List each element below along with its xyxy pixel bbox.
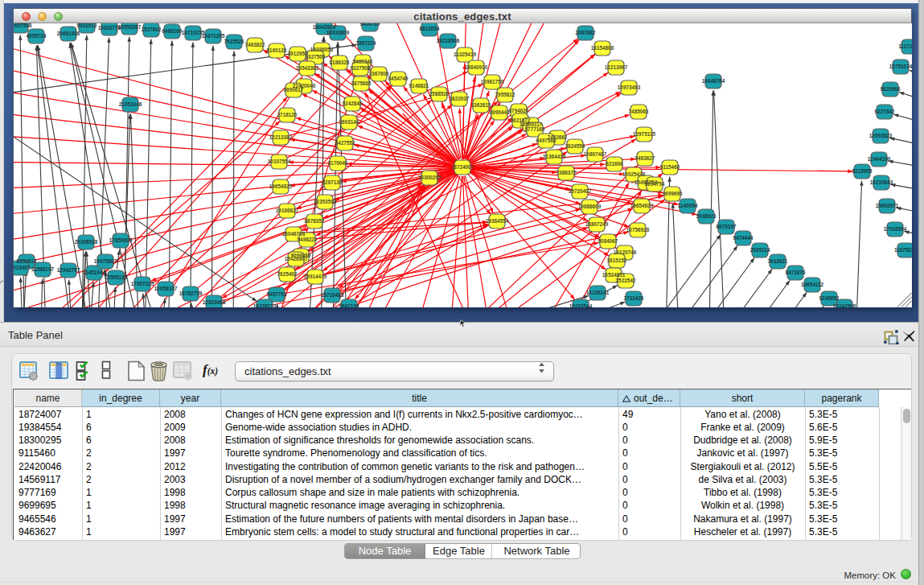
edge-arrowhead-icon: [583, 217, 589, 221]
table-row[interactable]: 1830029562008Estimation of significance …: [14, 434, 901, 447]
edge-arrowhead-icon: [768, 269, 773, 274]
edge-arrowhead-icon: [750, 257, 755, 262]
node-label: 10233544: [569, 303, 593, 307]
cell-title: Disruption of a novel member of a sodium…: [225, 473, 618, 486]
column-header-short[interactable]: short: [680, 389, 805, 407]
sort-ascending-icon: [622, 395, 630, 402]
table-row[interactable]: 1938455462009Genome-wide association stu…: [14, 421, 901, 434]
window-resize-grip-icon[interactable]: [897, 293, 912, 307]
scrollbar-thumb[interactable]: [903, 409, 910, 423]
cell-name: 9465546: [18, 513, 81, 525]
edge-arrowhead-icon: [631, 139, 637, 143]
panel-handle-icon[interactable]: [0, 279, 4, 284]
node-label: 15716485: [321, 292, 344, 298]
node-label: 9862139: [339, 303, 359, 307]
float-panel-icon[interactable]: [884, 330, 899, 344]
node-label: 18724007: [451, 164, 474, 170]
tab-edge-table[interactable]: Edge Table: [426, 544, 491, 558]
column-header-name[interactable]: name: [14, 389, 82, 407]
cell-title: Estimation of significance thresholds fo…: [225, 434, 618, 447]
cell-short: Jankovic et al. (1997): [680, 447, 805, 459]
node-label: 18640910: [465, 64, 488, 70]
table-row[interactable]: 977716911998Corpus callosum shape and si…: [14, 486, 901, 499]
node-label: 5460346: [353, 59, 373, 64]
table-row[interactable]: 911546021997Tourette syndrome. Phenomeno…: [14, 447, 901, 459]
table-row[interactable]: 1456911722003Disruption of a novel membe…: [14, 473, 901, 486]
clear-selection-icon[interactable]: [101, 360, 111, 380]
column-header-year[interactable]: year: [160, 389, 221, 407]
cell-title: Investigating the contribution of common…: [225, 460, 618, 473]
node-label: 9327508: [351, 65, 371, 71]
node-label: 19384554: [486, 218, 509, 224]
node-label: 19975867: [94, 258, 117, 264]
close-panel-icon[interactable]: [903, 330, 915, 342]
column-grid-line: [160, 407, 161, 540]
select-all-checkbox-icon[interactable]: [76, 360, 96, 381]
node-label: 7632621: [768, 258, 788, 264]
node-label: 9463627: [635, 155, 655, 161]
table-settings-icon[interactable]: [19, 360, 39, 381]
network-edge: [660, 234, 721, 307]
cell-out_de…: 0: [622, 525, 680, 538]
node-label: 8427552: [335, 140, 355, 146]
node-label: 17957225: [131, 281, 154, 286]
node-label: 10120746: [614, 249, 637, 255]
tab-network-table[interactable]: Network Table: [491, 544, 581, 558]
node-label: 16046798: [282, 231, 306, 237]
network-edge: [763, 306, 823, 307]
node-label: 16524851: [602, 272, 626, 278]
edge-arrowhead-icon: [462, 72, 468, 76]
table-row[interactable]: 946554611997Estimation of the future num…: [14, 513, 901, 525]
node-label: 16210643: [870, 179, 893, 185]
column-header-in_degree[interactable]: in_degree: [82, 389, 160, 407]
node-label: 9170046: [328, 160, 348, 166]
memory-status-label: Memory: OK: [844, 571, 896, 580]
column-header-pagerank[interactable]: pagerank: [805, 389, 879, 407]
node-label: 7386372: [556, 170, 577, 175]
table-row[interactable]: 946362711997Embryonic stem cells: a mode…: [14, 525, 901, 538]
cell-pagerank: 5.9E-5: [809, 434, 878, 447]
network-edge: [81, 35, 87, 308]
show-column-icon[interactable]: [49, 360, 68, 380]
edge-arrowhead-icon: [458, 109, 462, 113]
cell-in_degree: 2: [86, 473, 159, 486]
function-builder-icon[interactable]: f(x): [203, 362, 218, 378]
node-label: 10671355: [202, 33, 225, 39]
node-label: 11325419: [454, 51, 477, 57]
node-label: 10107554: [268, 159, 291, 164]
edge-arrowhead-icon: [490, 121, 494, 126]
node-label: 3875685: [351, 80, 372, 86]
column-header-title[interactable]: title: [221, 389, 618, 407]
node-label: 10553267: [118, 24, 142, 30]
edge-arrowhead-icon: [899, 92, 905, 95]
node-label: 18300295: [418, 175, 441, 180]
node-table-grid[interactable]: namein_degreeyeartitleout_de…shortpagera…: [13, 389, 911, 540]
edge-arrowhead-icon: [149, 39, 153, 44]
new-document-icon[interactable]: [127, 360, 146, 381]
table-row[interactable]: 1872400712008Changes of HCN gene express…: [14, 408, 901, 421]
delete-trash-icon[interactable]: [149, 360, 169, 382]
node-label: 2603144: [339, 119, 359, 125]
cell-short: Franke et al. (2009): [680, 421, 805, 434]
node-label: 9331913: [77, 23, 97, 28]
cell-pagerank: 5.3E-5: [809, 408, 878, 421]
column-header-out_de…[interactable]: out_de…: [618, 389, 680, 407]
table-row[interactable]: 2242004622012Investigating the contribut…: [14, 460, 901, 473]
cell-short: Yano et al. (2008): [680, 408, 805, 421]
cell-title: Genome-wide association studies in ADHD.: [225, 421, 618, 434]
cell-year: 2009: [164, 421, 220, 434]
network-table-select[interactable]: citations_edges.txt: [235, 361, 554, 381]
table-vertical-scrollbar[interactable]: [901, 407, 911, 540]
cell-out_de…: 0: [622, 486, 680, 499]
node-label: 20206538: [75, 239, 98, 245]
edge-arrowhead-icon: [603, 72, 608, 76]
tab-node-table[interactable]: Node Table: [345, 544, 425, 558]
table-row[interactable]: 969969511998Structural magnetic resonanc…: [14, 499, 901, 512]
network-canvas[interactable]: 2065759840557242069140693319131093377610…: [14, 23, 912, 307]
network-edge: [357, 228, 588, 304]
cell-pagerank: 5.3E-5: [809, 513, 878, 525]
cell-name: 9463627: [18, 525, 81, 538]
network-window-titlebar[interactable]: citations_edges.txt: [14, 9, 911, 23]
node-label: 7515526: [224, 39, 244, 44]
node-label: 8186328: [330, 60, 350, 65]
